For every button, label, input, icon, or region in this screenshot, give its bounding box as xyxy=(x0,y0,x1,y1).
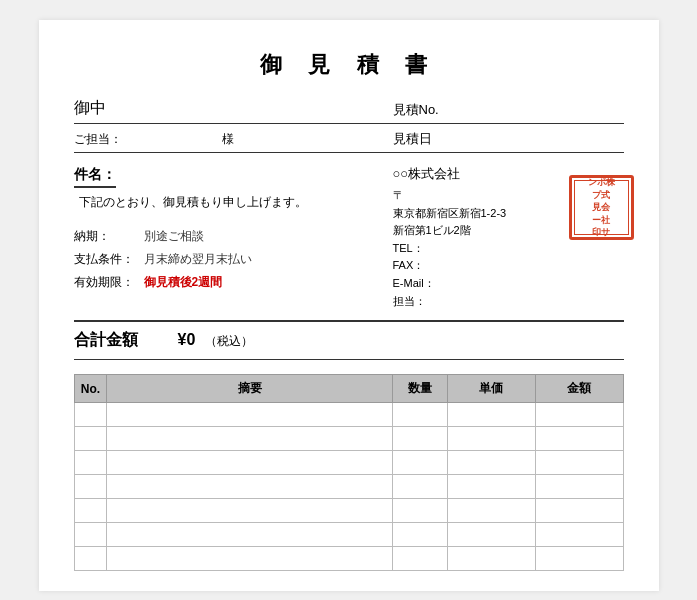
items-table: No. 摘要 数量 単価 金額 xyxy=(74,374,624,571)
table-cell xyxy=(74,547,107,571)
col-header-no: No. xyxy=(74,375,107,403)
table-cell xyxy=(107,403,392,427)
total-section: 合計金額 ¥0 （税込） xyxy=(74,320,624,360)
total-amount: ¥0 xyxy=(178,331,196,349)
term-row-validity: 有効期限： 御見積後2週間 xyxy=(74,271,377,294)
table-cell xyxy=(447,475,535,499)
col-header-desc: 摘要 xyxy=(107,375,392,403)
total-label: 合計金額 xyxy=(74,330,138,351)
table-cell xyxy=(535,523,623,547)
document-title: 御 見 積 書 xyxy=(74,50,624,80)
term-label-delivery: 納期： xyxy=(74,225,144,248)
total-tax: （税込） xyxy=(205,333,253,350)
table-cell xyxy=(535,403,623,427)
table-cell xyxy=(392,499,447,523)
table-cell xyxy=(74,523,107,547)
table-cell xyxy=(392,523,447,547)
table-cell xyxy=(535,427,623,451)
table-cell xyxy=(107,451,392,475)
term-row-delivery: 納期： 別途ご相談 xyxy=(74,225,377,248)
table-cell xyxy=(107,427,392,451)
header-row-2: ご担当： 様 見積日 xyxy=(74,130,624,153)
table-cell xyxy=(535,475,623,499)
table-cell xyxy=(447,547,535,571)
table-cell xyxy=(74,499,107,523)
estimate-no-block: 見積No. xyxy=(393,101,624,119)
table-cell xyxy=(74,451,107,475)
table-cell xyxy=(392,547,447,571)
table-cell xyxy=(107,523,392,547)
tantou-block: ご担当： 様 xyxy=(74,131,377,148)
table-cell xyxy=(447,451,535,475)
table-cell xyxy=(74,427,107,451)
table-cell xyxy=(447,523,535,547)
term-label-payment: 支払条件： xyxy=(74,248,144,271)
attn-block: 御中 xyxy=(74,98,377,119)
subject-note: 下記のとおり、御見積もり申し上げます。 xyxy=(74,194,377,211)
company-stamp: ンポ株 プ式 見会 ー社 印サ xyxy=(569,175,634,240)
term-value-payment: 月末締め翌月末払い xyxy=(144,248,252,271)
term-label-validity: 有効期限： xyxy=(74,271,144,294)
term-row-payment: 支払条件： 月末締め翌月末払い xyxy=(74,248,377,271)
col-header-qty: 数量 xyxy=(392,375,447,403)
table-row xyxy=(74,499,623,523)
estimate-date-block: 見積日 xyxy=(393,130,624,148)
tantou-suffix: 様 xyxy=(222,132,234,146)
table-row xyxy=(74,451,623,475)
col-header-amount: 金額 xyxy=(535,375,623,403)
table-cell xyxy=(447,427,535,451)
table-header-row: No. 摘要 数量 単価 金額 xyxy=(74,375,623,403)
table-cell xyxy=(107,547,392,571)
left-section: 件名： 下記のとおり、御見積もり申し上げます。 納期： 別途ご相談 支払条件： … xyxy=(74,165,377,310)
table-cell xyxy=(535,547,623,571)
table-cell xyxy=(392,451,447,475)
table-cell xyxy=(392,427,447,451)
table-cell xyxy=(392,403,447,427)
tantou-label: ご担当： xyxy=(74,132,122,146)
terms-block: 納期： 別途ご相談 支払条件： 月末締め翌月末払い 有効期限： 御見積後2週間 xyxy=(74,225,377,293)
right-section: ○○株式会社 〒 東京都新宿区新宿1-2-3 新宿第1ビル2階 TEL： FAX… xyxy=(393,165,624,310)
quote-document: 御 見 積 書 御中 見積No. ご担当： 様 見積日 件名： 下記のとおり、御… xyxy=(39,20,659,591)
table-cell xyxy=(447,499,535,523)
company-tel: TEL： xyxy=(393,240,624,258)
estimate-no-label: 見積No. xyxy=(393,102,439,117)
table-cell xyxy=(447,403,535,427)
header-row-1: 御中 見積No. xyxy=(74,98,624,124)
company-charge: 担当： xyxy=(393,293,624,311)
table-row xyxy=(74,427,623,451)
subject-label: 件名： xyxy=(74,165,377,194)
table-cell xyxy=(74,475,107,499)
table-cell xyxy=(74,403,107,427)
table-cell xyxy=(535,451,623,475)
body-section: 件名： 下記のとおり、御見積もり申し上げます。 納期： 別途ご相談 支払条件： … xyxy=(74,165,624,310)
table-cell xyxy=(392,475,447,499)
term-value-delivery: 別途ご相談 xyxy=(144,225,204,248)
table-row xyxy=(74,547,623,571)
term-value-validity: 御見積後2週間 xyxy=(144,271,223,294)
table-row xyxy=(74,523,623,547)
table-cell xyxy=(535,499,623,523)
attn-label: 御中 xyxy=(74,99,106,116)
table-row xyxy=(74,403,623,427)
table-cell xyxy=(107,475,392,499)
company-email: E-Mail： xyxy=(393,275,624,293)
company-fax: FAX： xyxy=(393,257,624,275)
col-header-unit: 単価 xyxy=(447,375,535,403)
stamp-inner: ンポ株 プ式 見会 ー社 印サ xyxy=(574,180,629,235)
table-row xyxy=(74,475,623,499)
table-cell xyxy=(107,499,392,523)
estimate-date-label: 見積日 xyxy=(393,131,432,146)
